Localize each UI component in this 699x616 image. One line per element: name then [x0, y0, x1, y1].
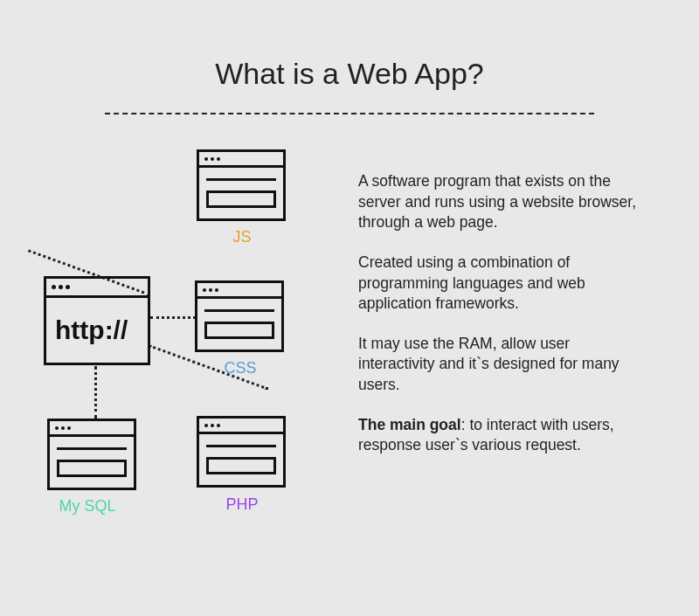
paragraph-3: It may use the RAM, allow user interacti…: [358, 334, 647, 396]
paragraph-2: Created using a combination of programmi…: [358, 253, 647, 315]
browser-css-icon: [195, 280, 284, 352]
page-title: What is a Web App?: [0, 0, 699, 113]
window-header-icon: [50, 421, 134, 437]
browser-mysql-icon: [47, 419, 136, 490]
browser-main-icon: http://: [44, 276, 150, 365]
browser-php-icon: [197, 416, 286, 488]
mysql-label: My SQL: [44, 497, 131, 516]
browser-js-icon: [197, 149, 286, 221]
window-header-icon: [46, 279, 148, 298]
content-row: http:// JS CSS PHP: [0, 114, 699, 560]
paragraph-1: A software program that exists on the se…: [358, 171, 647, 233]
js-label: JS: [198, 228, 286, 246]
http-label: http://: [55, 315, 128, 345]
description-block: A software program that exists on the se…: [350, 141, 664, 560]
css-label: CSS: [197, 359, 284, 377]
php-label: PHP: [198, 495, 286, 514]
window-header-icon: [199, 152, 283, 168]
connector-line: [150, 316, 196, 319]
diagram-area: http:// JS CSS PHP: [26, 141, 350, 560]
connector-line: [94, 366, 97, 419]
window-header-icon: [197, 283, 281, 299]
paragraph-4-bold: The main goal: [358, 416, 461, 433]
paragraph-4: The main goal: to interact with users, r…: [358, 415, 647, 456]
window-header-icon: [199, 419, 283, 434]
